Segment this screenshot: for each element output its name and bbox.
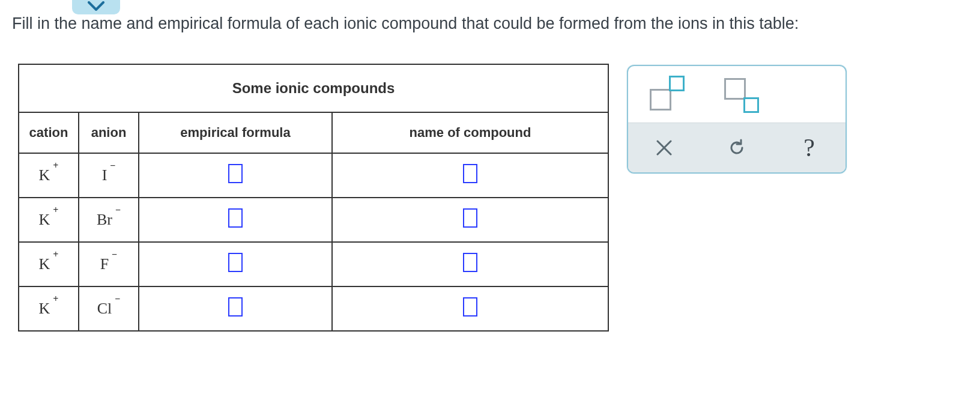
cation-symbol: K: [39, 166, 50, 184]
question-prompt: Fill in the name and empirical formula o…: [12, 14, 799, 33]
cation-symbol: K: [39, 300, 50, 317]
square-icon: [724, 78, 746, 100]
cation-cell: K+: [19, 198, 79, 242]
formula-cell: [139, 286, 332, 331]
name-input[interactable]: [463, 208, 477, 228]
anion-symbol: Br: [97, 211, 112, 228]
table-title: Some ionic compounds: [19, 64, 608, 112]
anion-cell: I−: [79, 153, 139, 198]
table-row: K+ F−: [19, 242, 608, 286]
col-header-cation: cation: [19, 112, 79, 153]
col-header-name: name of compound: [332, 112, 608, 153]
anion-cell: Br−: [79, 198, 139, 242]
anion-symbol: Cl: [97, 300, 112, 317]
undo-icon: [727, 138, 747, 158]
col-header-anion: anion: [79, 112, 139, 153]
ionic-compounds-table: Some ionic compounds cation anion empiri…: [18, 64, 609, 332]
formula-input[interactable]: [228, 164, 243, 183]
cation-cell: K+: [19, 153, 79, 198]
square-icon: [743, 97, 759, 113]
superscript-button[interactable]: [650, 78, 682, 111]
cation-symbol: K: [39, 211, 50, 228]
name-input[interactable]: [463, 164, 477, 183]
cation-charge: +: [53, 205, 58, 216]
cation-symbol: K: [39, 255, 50, 273]
name-cell: [332, 242, 608, 286]
col-header-formula: empirical formula: [139, 112, 332, 153]
formula-cell: [139, 242, 332, 286]
cation-charge: +: [53, 160, 58, 171]
anion-symbol: F: [100, 255, 109, 273]
reset-button[interactable]: [722, 133, 751, 162]
subscript-button[interactable]: [724, 78, 757, 111]
cation-charge: +: [53, 249, 58, 260]
formula-cell: [139, 153, 332, 198]
anion-cell: Cl−: [79, 286, 139, 331]
hint-arrow-icon[interactable]: [72, 0, 120, 14]
anion-charge: −: [115, 294, 120, 304]
cation-charge: +: [53, 294, 58, 304]
cation-cell: K+: [19, 286, 79, 331]
formula-input[interactable]: [228, 297, 243, 317]
formula-cell: [139, 198, 332, 242]
square-icon: [650, 89, 671, 111]
table-row: K+ Cl−: [19, 286, 608, 331]
anion-charge: −: [115, 205, 121, 216]
cation-cell: K+: [19, 242, 79, 286]
anion-symbol: I: [102, 166, 107, 184]
formula-input[interactable]: [228, 253, 243, 272]
anion-cell: F−: [79, 242, 139, 286]
clear-button[interactable]: [650, 133, 679, 162]
table-row: K+ I−: [19, 153, 608, 198]
square-icon: [669, 76, 685, 91]
close-icon: [655, 139, 673, 157]
help-button[interactable]: ?: [795, 133, 824, 162]
anion-charge: −: [110, 160, 115, 171]
table-row: K+ Br−: [19, 198, 608, 242]
name-cell: [332, 198, 608, 242]
name-input[interactable]: [463, 297, 477, 317]
formatting-toolbox: ?: [627, 65, 847, 174]
formula-input[interactable]: [228, 208, 243, 228]
name-cell: [332, 286, 608, 331]
name-cell: [332, 153, 608, 198]
anion-charge: −: [112, 249, 117, 260]
name-input[interactable]: [463, 253, 477, 272]
